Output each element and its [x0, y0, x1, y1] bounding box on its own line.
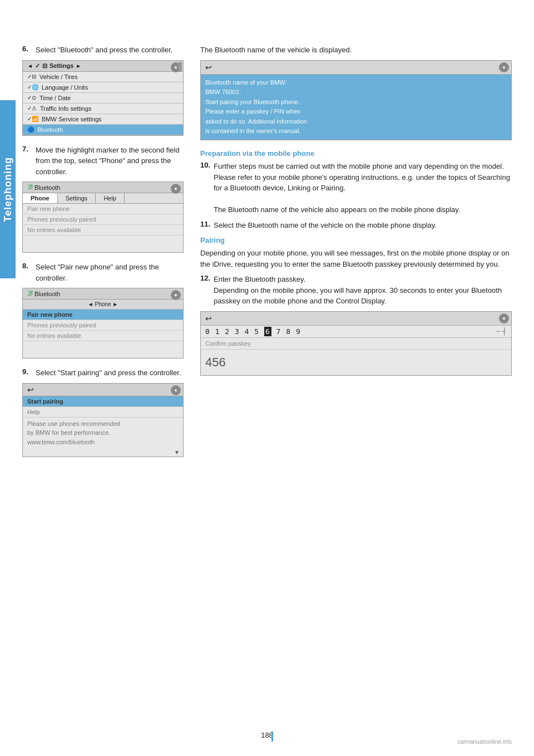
digit-7: 7 — [276, 327, 281, 336]
digit-3: 3 — [235, 327, 240, 336]
start-pairing-item: Start pairing — [23, 396, 183, 407]
menu-traffic-info: ✓⚠ Traffic Info settings — [23, 104, 183, 114]
bluetooth-screen-phone: ℬ Bluetooth ● ◄ Phone ► Pair new phone P… — [22, 288, 184, 359]
settings-screen: ◄ ✓ ⊟ ◄ ✓ Settings ► Settings ► ● ✓⊟ Veh… — [22, 60, 184, 136]
bt-phone-title: ℬ Bluetooth — [27, 290, 60, 297]
bt-no-entries2: No entries available — [23, 331, 183, 341]
side-tab: Telephoning — [0, 100, 16, 278]
bmw-line2: BMW 76002. — [205, 87, 507, 97]
bt-prev-paired2: Phones previously paired — [23, 320, 183, 331]
bmw-line3: Start pairing your Bluetooth phone. — [205, 97, 507, 107]
bt-title-area: ℬ Bluetooth — [27, 184, 60, 191]
back-arrow-icon2: ↩ — [205, 63, 212, 72]
settings-header: ◄ ✓ ⊟ ◄ ✓ Settings ► Settings ► ● — [23, 61, 183, 72]
bmw-screen-header: ↩ ● — [201, 61, 511, 75]
step-12-number: 12. — [200, 274, 210, 282]
bt-tabs: Phone Settings Help — [23, 193, 183, 204]
sp-corner-button[interactable]: ● — [171, 385, 181, 395]
menu-bmw-service: ✓📶 BMW Service settings — [23, 114, 183, 125]
bmw-line6: is contained in the owner's manual. — [205, 126, 507, 136]
vehicle-icon: ✓⊟ — [27, 73, 36, 80]
bmw-service-icon: ✓📶 — [27, 116, 38, 122]
bt-pair-new-active: Pair new phone — [23, 310, 183, 320]
digit-2: 2 — [225, 327, 230, 336]
bmw-line4: Please enter a passkey / PIN when — [205, 107, 507, 117]
right-column: The Bluetooth name of the vehicle is dis… — [200, 45, 512, 466]
settings-icon: ⊟ — [42, 62, 47, 70]
back-arrow-icon3: ↩ — [205, 314, 212, 323]
step-9-text: Select "Start pairing" and press the con… — [36, 367, 181, 379]
step-6-text: Select "Bluetooth" and press the control… — [36, 45, 172, 56]
pk-number-row: 0 1 2 3 4 5 6 7 8 9 ←┤ — [201, 326, 511, 338]
bmw-line1: Bluetooth name of your BMW: — [205, 78, 507, 88]
digit-9: 9 — [296, 327, 301, 336]
bt-pair-new: Pair new phone — [23, 204, 183, 214]
bt-no-entries: No entries available — [23, 225, 183, 235]
pairing-body: Depending on your mobile phone, you will… — [200, 248, 512, 269]
step-6: 6. Select "Bluetooth" and press the cont… — [22, 45, 184, 56]
bottom-logo: carmanualsonline.info — [458, 739, 512, 745]
header-arrow-left: ◄ — [27, 63, 33, 69]
step-8-text: Select "Pair new phone" and press the co… — [36, 262, 184, 283]
language-icon: ✓🌐 — [27, 84, 38, 90]
bmw-line5: asked to do so. Additional information — [205, 117, 507, 127]
step-10-number: 10. — [200, 161, 210, 169]
passkey-screen: ↩ ● 0 1 2 3 4 5 6 7 8 — [200, 311, 512, 376]
settings-label: Settings — [50, 62, 73, 69]
header-arrow-right: ► — [76, 63, 81, 69]
bt-symbol: ℬ — [27, 184, 32, 191]
start-pairing-screen: ↩ ● Start pairing Help Please use phones… — [22, 383, 184, 458]
step-7: 7. Move the highlight marker to the seco… — [22, 145, 184, 178]
menu-time-date: ✓⊙ Time / Date — [23, 93, 183, 104]
checkmark-icon: ✓ — [35, 62, 40, 70]
step-12: 12. Enter the Bluetooth passkey.Dependin… — [200, 274, 512, 307]
two-column-layout: 6. Select "Bluetooth" and press the cont… — [22, 45, 512, 466]
backspace-icon: ←┤ — [495, 327, 507, 335]
settings-title: ◄ ✓ ⊟ ◄ ✓ Settings ► Settings ► — [27, 62, 81, 70]
bt-corner-button2[interactable]: ● — [171, 290, 181, 300]
bt-tab-help[interactable]: Help — [96, 193, 125, 203]
pk-corner-button[interactable]: ● — [499, 313, 509, 323]
help-item: Help — [23, 407, 183, 418]
side-tab-label: Telephoning — [2, 157, 14, 222]
bt-label2: Bluetooth — [34, 291, 60, 297]
bt-previously-paired: Phones previously paired — [23, 214, 183, 225]
bt-corner-button[interactable]: ● — [171, 184, 181, 194]
scroll-indicator-area: ▼ — [23, 446, 183, 456]
bluetooth-icon: 🔵 — [27, 126, 34, 132]
step-8-number: 8. — [22, 262, 32, 270]
pk-current-value: 456 — [201, 350, 511, 375]
page: Telephoning 6. Select "Bluetooth" and pr… — [0, 0, 534, 756]
back-arrow-icon: ↩ — [27, 385, 34, 394]
step-11-text: Select the Bluetooth name of the vehicle… — [214, 220, 437, 231]
pk-confirm-label: Confirm passkey — [201, 338, 511, 350]
step-10: 10. Further steps must be carried out wi… — [200, 161, 512, 215]
bt-header: ℬ Bluetooth ● — [23, 182, 183, 193]
menu-language-units: ✓🌐 Language / Units — [23, 82, 183, 93]
bt-tab-phone[interactable]: Phone — [23, 193, 58, 203]
bmw-screen-body: Bluetooth name of your BMW: BMW 76002. S… — [201, 75, 511, 140]
bt-spacer2 — [23, 341, 183, 358]
page-number-bar — [271, 732, 273, 742]
digit-5: 5 — [254, 327, 259, 336]
bt-spacer — [23, 235, 183, 252]
step-11: 11. Select the Bluetooth name of the veh… — [200, 220, 512, 231]
bt-phone-header: ℬ Bluetooth ● — [23, 288, 183, 300]
time-icon: ✓⊙ — [27, 95, 36, 101]
traffic-icon: ✓⚠ — [27, 105, 37, 111]
scroll-down-icon: ▼ — [174, 449, 180, 455]
bt-tab-settings[interactable]: Settings — [58, 193, 96, 203]
digit-0: 0 — [205, 327, 210, 336]
menu-vehicle-tires: ✓⊟ Vehicle / Tires — [23, 72, 183, 82]
step-6-number: 6. — [22, 45, 32, 53]
step-10-text: Further steps must be carried out with t… — [214, 161, 512, 215]
intro-text: The Bluetooth name of the vehicle is dis… — [200, 45, 512, 56]
step-8: 8. Select "Pair new phone" and press the… — [22, 262, 184, 283]
preparation-heading: Preparation via the mobile phone — [200, 149, 512, 158]
step-11-number: 11. — [200, 220, 210, 228]
digit-4: 4 — [245, 327, 250, 336]
digit-1: 1 — [215, 327, 220, 336]
menu-bluetooth: 🔵 Bluetooth — [23, 125, 183, 135]
phone-subheader: ◄ Phone ► — [23, 300, 183, 310]
bmw-corner-button[interactable]: ● — [499, 62, 509, 72]
